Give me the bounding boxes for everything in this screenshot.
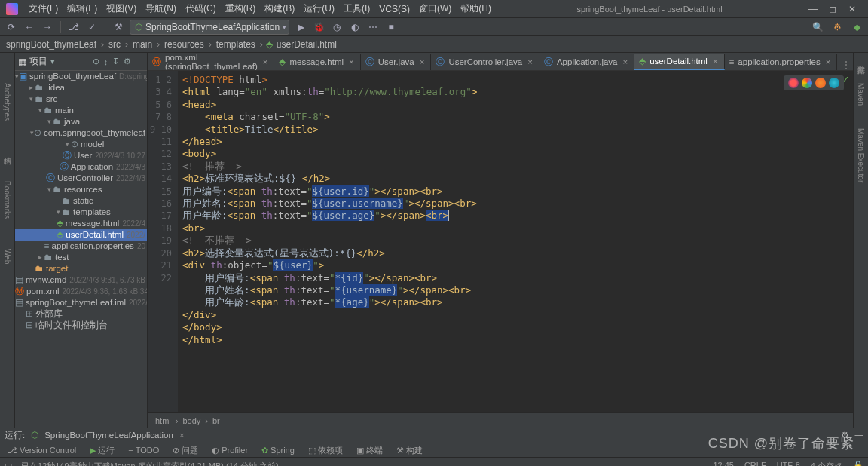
- tree-row-17[interactable]: 🖿target: [15, 263, 147, 274]
- expand-icon[interactable]: ↕: [104, 57, 108, 66]
- tree-row-1[interactable]: ▸🖿.idea: [15, 82, 147, 94]
- tree-row-20[interactable]: ▤springBoot_thymeLeaf.iml2022/4: [15, 297, 147, 308]
- crumb[interactable]: br: [212, 416, 220, 425]
- caret-position[interactable]: 12:45: [713, 461, 734, 467]
- project-tree[interactable]: ▾▣springBoot_thymeLeaf D:\springBoot▸🖿.i…: [15, 71, 147, 428]
- left-tool-web[interactable]: Web: [3, 249, 11, 264]
- stop-icon[interactable]: ■: [384, 20, 398, 34]
- tree-row-4[interactable]: ▾🖿java: [15, 116, 147, 127]
- todo-tab[interactable]: ≡TODO: [125, 446, 162, 455]
- tree-row-18[interactable]: ▤mvnw.cmd2022/4/3 9:31, 6.73 kB: [15, 274, 147, 286]
- minimize-button[interactable]: —: [803, 2, 823, 16]
- commit-icon[interactable]: ✓: [85, 20, 99, 34]
- menu-view[interactable]: 视图(V): [102, 2, 141, 15]
- close-tab-icon[interactable]: ×: [349, 57, 354, 66]
- terminal-tab[interactable]: ▣终端: [353, 445, 386, 456]
- search-icon[interactable]: 🔍: [811, 20, 824, 34]
- debug-icon[interactable]: 🐞: [312, 20, 326, 34]
- close-tab-icon[interactable]: ×: [713, 57, 718, 66]
- tree-row-0[interactable]: ▾▣springBoot_thymeLeaf D:\springBoot: [15, 71, 147, 82]
- crumb[interactable]: body: [182, 416, 200, 425]
- tab-3[interactable]: ⒸUserController.java×: [431, 54, 539, 70]
- tab-6[interactable]: ≡application.properties×: [725, 54, 838, 70]
- tree-row-19[interactable]: Ⓜpom.xml2022/4/3 9:36, 1.63 kB 34 s: [15, 286, 147, 297]
- tree-row-15[interactable]: ≡application.properties20: [15, 241, 147, 252]
- profiler-tab[interactable]: ◐Profiler: [209, 446, 251, 455]
- tab-4[interactable]: ⒸApplication.java×: [539, 54, 634, 70]
- breadcrumb[interactable]: springBoot_thymeLeaf: [5, 39, 98, 50]
- menu-build[interactable]: 构建(B): [260, 2, 299, 15]
- menu-window[interactable]: 窗口(W): [414, 2, 456, 15]
- run-tab-bottom[interactable]: ▶运行: [87, 445, 118, 456]
- menu-tools[interactable]: 工具(I): [339, 2, 374, 15]
- tab-2[interactable]: ⒸUser.java×: [361, 54, 432, 70]
- maximize-button[interactable]: ◻: [823, 2, 842, 16]
- breadcrumb-file[interactable]: userDetail.html: [275, 39, 338, 50]
- tree-row-5[interactable]: ▾⊙com.springboot_thymeleaf: [15, 127, 147, 139]
- back-icon[interactable]: ←: [23, 20, 36, 34]
- menu-refactor[interactable]: 重构(R): [221, 2, 261, 15]
- build-icon[interactable]: ⚒: [112, 20, 125, 34]
- spring-tab[interactable]: ✿Spring: [258, 446, 298, 455]
- code-editor[interactable]: <!DOCTYPE html> <html lang="en" xmlns:th…: [178, 71, 853, 412]
- line-separator[interactable]: CRLF: [744, 461, 766, 467]
- close-tab-icon[interactable]: ×: [263, 57, 268, 66]
- indent-setting[interactable]: 4 个空格: [811, 461, 842, 467]
- attach-icon[interactable]: ⋯: [366, 20, 380, 34]
- left-tool-archetypes[interactable]: Archetypes: [3, 83, 11, 121]
- firefox2-icon[interactable]: [815, 78, 826, 88]
- close-tab-icon[interactable]: ×: [527, 57, 533, 66]
- menu-navigate[interactable]: 导航(N): [141, 2, 181, 15]
- menu-help[interactable]: 帮助(H): [456, 2, 496, 15]
- breadcrumb[interactable]: resources: [163, 39, 206, 50]
- menu-edit[interactable]: 编辑(E): [63, 2, 102, 15]
- select-target-icon[interactable]: ⊙: [93, 57, 99, 66]
- menu-code[interactable]: 代码(C): [181, 2, 221, 15]
- close-tab-icon[interactable]: ×: [826, 57, 831, 66]
- tree-row-13[interactable]: ⬘message.html2022/4: [15, 218, 147, 229]
- tree-row-2[interactable]: ▾🖿src: [15, 94, 147, 105]
- jb-toolbox-icon[interactable]: ◆: [850, 20, 863, 34]
- chrome-icon[interactable]: [802, 78, 812, 88]
- crumb[interactable]: html: [155, 416, 171, 425]
- breadcrumb[interactable]: main: [131, 39, 154, 50]
- right-tool-maven[interactable]: Maven: [857, 83, 865, 106]
- menu-vcs[interactable]: VCS(S): [374, 4, 414, 14]
- tabs-more-icon[interactable]: ⋮: [837, 60, 853, 70]
- tab-0[interactable]: Ⓜpom.xml (springBoot_thymeLeaf)×: [148, 54, 274, 70]
- tree-row-10[interactable]: ▾🖿resources: [15, 184, 147, 195]
- breadcrumb[interactable]: templates: [215, 39, 257, 50]
- deps-tab[interactable]: ⬚依赖项: [305, 445, 346, 456]
- gutter[interactable]: 1 2 3 4 5 6 7 8 9 10 11 12 13 14 15 16 1…: [148, 71, 178, 412]
- vcs-tab[interactable]: ⎇Version Control: [5, 446, 79, 455]
- build-tab[interactable]: ⚒构建: [393, 445, 426, 456]
- sync-icon[interactable]: ⟳: [5, 20, 18, 34]
- collapse-icon[interactable]: ↧: [112, 57, 119, 66]
- forward-icon[interactable]: →: [41, 20, 54, 34]
- problems-tab[interactable]: ⊘问题: [170, 445, 201, 456]
- close-tab-icon[interactable]: ×: [420, 57, 425, 66]
- tree-row-16[interactable]: ▸🖿test: [15, 252, 147, 263]
- tab-5[interactable]: ⬘userDetail.html×: [634, 54, 724, 70]
- hide-run-icon[interactable]: —: [855, 430, 864, 440]
- tree-row-9[interactable]: ⒸUserController2022/4/3: [15, 173, 147, 184]
- tab-1[interactable]: ⬘message.html×: [274, 54, 360, 70]
- close-run-tab-icon[interactable]: ×: [179, 431, 185, 440]
- status-window-icon[interactable]: ◱: [5, 461, 12, 467]
- settings-gear-icon[interactable]: ⚙: [830, 20, 844, 34]
- tree-row-12[interactable]: ▾🖿templates: [15, 207, 147, 218]
- run-icon[interactable]: ▶: [294, 20, 307, 34]
- breadcrumb[interactable]: src: [107, 39, 122, 50]
- coverage-icon[interactable]: ◷: [330, 20, 344, 34]
- hide-tool-icon[interactable]: —: [136, 57, 144, 66]
- edge-icon[interactable]: [829, 78, 839, 88]
- tree-row-11[interactable]: 🖿static: [15, 195, 147, 207]
- profiler-icon[interactable]: ◐: [348, 20, 362, 34]
- project-header-label[interactable]: 项目: [29, 55, 47, 68]
- menu-file[interactable]: 文件(F): [24, 2, 63, 15]
- run-settings-icon[interactable]: ⚙: [841, 430, 849, 440]
- menu-run[interactable]: 运行(U): [299, 2, 339, 15]
- tree-row-21[interactable]: ⊞外部库: [15, 308, 147, 320]
- file-encoding[interactable]: UTF-8: [777, 461, 800, 467]
- branch-icon[interactable]: ⎇: [67, 20, 81, 34]
